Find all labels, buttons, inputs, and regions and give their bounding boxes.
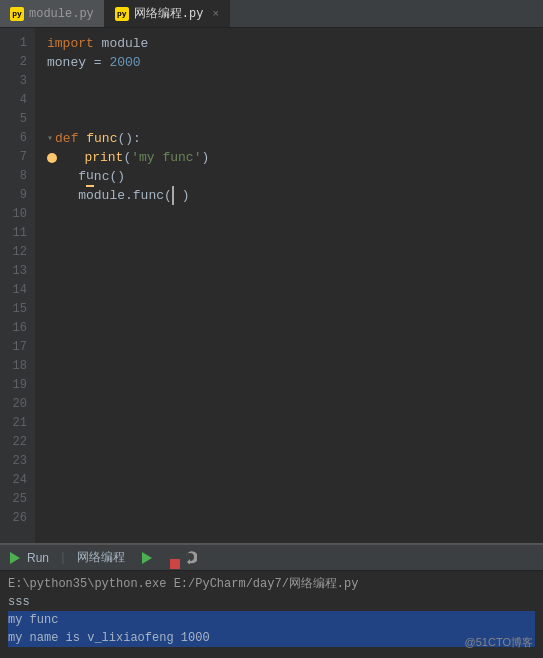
- breakpoint-dot: [47, 153, 57, 163]
- line-num-17: 17: [0, 338, 27, 357]
- run-icon: [8, 551, 22, 565]
- console-sss-text: sss: [8, 595, 30, 609]
- line-num-24: 24: [0, 471, 27, 490]
- func-name-func: func: [86, 129, 117, 148]
- cursor-char-u: u: [86, 166, 94, 187]
- line-num-7: 7: [0, 148, 27, 167]
- code-line-20: [47, 395, 543, 414]
- code-nc: nc(): [94, 167, 125, 186]
- run-label: Run: [8, 551, 49, 565]
- code-line-21: [47, 414, 543, 433]
- code-line-22: [47, 433, 543, 452]
- fold-arrow-icon[interactable]: ▾: [47, 129, 53, 148]
- line-num-25: 25: [0, 490, 27, 509]
- line-num-21: 21: [0, 414, 27, 433]
- line-num-3: 3: [0, 72, 27, 91]
- run-controls: [139, 550, 199, 566]
- code-line-16: [47, 319, 543, 338]
- code-line-18: [47, 357, 543, 376]
- code-line-12: [47, 243, 543, 262]
- code-line-13: [47, 262, 543, 281]
- tab-module-py[interactable]: py module.py: [0, 0, 105, 27]
- line-num-6: 6: [0, 129, 27, 148]
- code-plain-2: [78, 129, 86, 148]
- editor: 1 2 3 4 5 6 7 8 9 10 11 12 13 14 15 16 1…: [0, 28, 543, 543]
- code-line-17: [47, 338, 543, 357]
- tab-network-py[interactable]: py 网络编程.py ×: [105, 0, 230, 27]
- code-line-24: [47, 471, 543, 490]
- rerun-button[interactable]: [183, 550, 199, 566]
- indent: [61, 148, 84, 167]
- line-num-19: 19: [0, 376, 27, 395]
- line-num-1: 1: [0, 34, 27, 53]
- watermark: @51CTO博客: [465, 635, 533, 650]
- line-num-12: 12: [0, 243, 27, 262]
- code-line-14: [47, 281, 543, 300]
- code-close-paren: ): [182, 186, 190, 205]
- code-paren: ():: [117, 129, 140, 148]
- line-num-14: 14: [0, 281, 27, 300]
- line-num-2: 2: [0, 53, 27, 72]
- num-2000: 2000: [109, 53, 140, 72]
- code-line-9: module.func( | ): [47, 186, 543, 205]
- run-tab-label: 网络编程: [77, 549, 125, 566]
- code-line-26: [47, 509, 543, 528]
- line-num-8: 8: [0, 167, 27, 186]
- code-line-4: [47, 91, 543, 110]
- keyword-def: def: [55, 129, 78, 148]
- console-name-text: my name is v_lixiaofeng 1000: [8, 631, 210, 645]
- code-line-5: [47, 110, 543, 129]
- line-num-26: 26: [0, 509, 27, 528]
- line-num-20: 20: [0, 395, 27, 414]
- svg-marker-0: [10, 552, 20, 564]
- run-text: Run: [27, 551, 49, 565]
- console-line-name: my name is v_lixiaofeng 1000: [8, 629, 535, 647]
- code-line-10: [47, 205, 543, 224]
- paren-open: (: [123, 148, 131, 167]
- code-line-3: [47, 72, 543, 91]
- keyword-import: import: [47, 34, 94, 53]
- tab-icon-module: py: [10, 7, 24, 21]
- line-num-11: 11: [0, 224, 27, 243]
- code-line-7: print ( 'my func' ): [47, 148, 543, 167]
- indent-2: f: [47, 167, 86, 186]
- tab-bar: py module.py py 网络编程.py ×: [0, 0, 543, 28]
- bottom-toolbar: Run | 网络编程: [0, 545, 543, 571]
- line-num-23: 23: [0, 452, 27, 471]
- text-cursor: |: [172, 186, 182, 205]
- bottom-panel: Run | 网络编程 E:\python35\python.exe E:/PyC…: [0, 543, 543, 658]
- console-line-myfunc: my func: [8, 611, 535, 629]
- line-num-5: 5: [0, 110, 27, 129]
- line-num-16: 16: [0, 319, 27, 338]
- code-line-11: [47, 224, 543, 243]
- func-print: print: [84, 148, 123, 167]
- code-line-19: [47, 376, 543, 395]
- line-numbers: 1 2 3 4 5 6 7 8 9 10 11 12 13 14 15 16 1…: [0, 28, 35, 543]
- line-num-4: 4: [0, 91, 27, 110]
- svg-rect-2: [170, 559, 180, 569]
- play-button[interactable]: [139, 550, 155, 566]
- tab-label-module: module.py: [29, 7, 94, 21]
- line-num-13: 13: [0, 262, 27, 281]
- tab-icon-network: py: [115, 7, 129, 21]
- indent-3: module.func(: [47, 186, 172, 205]
- line-num-22: 22: [0, 433, 27, 452]
- console-myfunc-text: my func: [8, 613, 58, 627]
- tab-label-network: 网络编程.py: [134, 5, 204, 22]
- console-line-sss: sss: [8, 593, 535, 611]
- line-num-10: 10: [0, 205, 27, 224]
- code-area[interactable]: import module money = 2000 ▾ def func ()…: [35, 28, 543, 543]
- line-num-18: 18: [0, 357, 27, 376]
- var-money: money =: [47, 53, 109, 72]
- paren-close: ): [201, 148, 209, 167]
- svg-marker-1: [142, 552, 152, 564]
- code-line-25: [47, 490, 543, 509]
- stop-button[interactable]: [161, 550, 177, 566]
- string-my-func: 'my func': [131, 148, 201, 167]
- line-num-15: 15: [0, 300, 27, 319]
- tab-close-network[interactable]: ×: [212, 8, 219, 20]
- separator: |: [59, 550, 67, 565]
- line-num-9: 9: [0, 186, 27, 205]
- code-line-15: [47, 300, 543, 319]
- console-line-path: E:\python35\python.exe E:/PyCharm/day7/网…: [8, 575, 535, 593]
